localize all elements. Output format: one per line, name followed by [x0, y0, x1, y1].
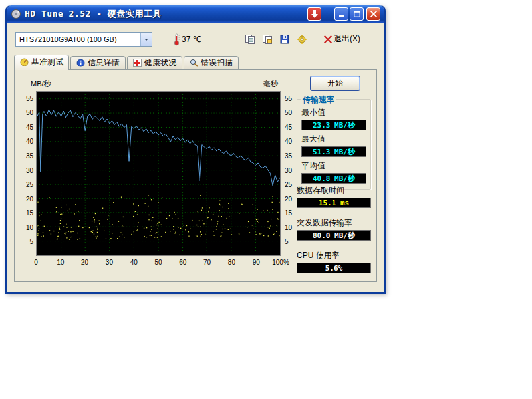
tab-label: 健康状况 — [144, 57, 176, 68]
y-tick-label: 30 — [285, 166, 292, 174]
max-transfer-stat: 最大值 51.3 MB/秒 — [301, 134, 366, 157]
hdtune-window: HD Tune 2.52 - 硬盘实用工具 HTS721010G9AT00 (1… — [5, 5, 386, 294]
benchmark-icon — [20, 58, 29, 66]
x-tick-label: 40 — [130, 259, 138, 266]
options-button[interactable] — [294, 31, 309, 47]
y-tick-label: 25 — [26, 181, 33, 188]
copy-screenshot-button[interactable] — [242, 31, 257, 47]
download-arrow-icon — [311, 10, 318, 18]
avg-value: 40.8 MB/秒 — [301, 173, 366, 184]
copy-text-button[interactable] — [259, 31, 275, 47]
avg-transfer-stat: 平均值 40.8 MB/秒 — [301, 160, 366, 184]
benchmark-chart — [36, 91, 281, 256]
maximize-button[interactable] — [350, 7, 364, 21]
x-tick-label: 60 — [179, 259, 186, 266]
transfer-rate-group-title: 传输速率 — [301, 94, 336, 106]
y-tick-label: 30 — [26, 166, 33, 174]
x-tick-label: 70 — [203, 259, 211, 266]
copy-icon — [245, 34, 255, 45]
temperature-indicator: 37 ℃ — [172, 33, 201, 46]
burst-rate-label: 突发数据传输率 — [297, 217, 371, 229]
save-screenshot-button[interactable] — [277, 31, 292, 47]
y-tick-label: 50 — [26, 109, 33, 116]
y-tick-label: 25 — [285, 181, 292, 188]
y-tick-label: 5 — [285, 238, 289, 245]
info-icon — [76, 59, 85, 67]
y-tick-label: 40 — [26, 138, 33, 145]
temperature-value: 37 ℃ — [182, 35, 201, 44]
tab-info[interactable]: 信息详情 — [70, 56, 126, 69]
exit-x-icon — [324, 35, 332, 43]
save-icon — [279, 34, 290, 45]
cpu-usage-stat: CPU 使用率 5.6% — [297, 250, 371, 273]
app-icon — [11, 9, 21, 19]
access-time-label: 数据存取时间 — [297, 185, 371, 196]
max-label: 最大值 — [301, 134, 366, 145]
health-icon — [133, 59, 142, 67]
window-title: HD Tune 2.52 - 硬盘实用工具 — [25, 8, 307, 20]
gear-icon — [297, 34, 307, 45]
x-tick-label: 80 — [228, 259, 235, 266]
y-tick-label: 45 — [26, 123, 33, 130]
chevron-down-icon[interactable] — [140, 33, 152, 46]
tab-label: 错误扫描 — [201, 57, 233, 68]
access-time-stat: 数据存取时间 15.1 ms — [297, 185, 371, 208]
start-button[interactable]: 开始 — [310, 76, 360, 91]
y-tick-label: 50 — [285, 109, 292, 116]
x-tick-label: 0 — [34, 259, 38, 266]
x-tick-label: 100% — [272, 259, 289, 266]
x-tick-label: 90 — [253, 259, 260, 266]
other-stats: 数据存取时间 15.1 ms 突发数据传输率 80.0 MB/秒 CPU 使用率… — [297, 184, 371, 283]
tab-label: 基准测试 — [31, 57, 63, 68]
download-button[interactable] — [307, 7, 321, 21]
minimize-icon — [338, 11, 345, 17]
x-tick-label: 30 — [106, 259, 113, 266]
min-value: 23.3 MB/秒 — [301, 120, 366, 130]
titlebar[interactable]: HD Tune 2.52 - 硬盘实用工具 — [7, 5, 384, 23]
min-label: 最小值 — [301, 107, 366, 118]
x-axis: 0102030405060708090100% — [36, 259, 281, 268]
tab-strip: 基准测试 信息详情 健康状况 错误扫描 — [14, 55, 384, 70]
minimize-button[interactable] — [334, 7, 348, 21]
x-tick-label: 10 — [57, 259, 64, 266]
y-tick-label: 55 — [26, 94, 33, 102]
burst-rate-stat: 突发数据传输率 80.0 MB/秒 — [297, 217, 371, 241]
exit-button[interactable]: 退出(X) — [321, 31, 364, 47]
cpu-usage-value: 5.6% — [297, 263, 371, 273]
tab-label: 信息详情 — [88, 57, 120, 68]
maximize-icon — [354, 11, 360, 17]
y-tick-label: 20 — [285, 195, 292, 202]
y-axis-left: 555045403530252015105 — [17, 91, 35, 256]
drive-select[interactable]: HTS721010G9AT00 (100 GB) — [15, 32, 152, 47]
y-tick-label: 35 — [285, 152, 292, 160]
window-body: HTS721010G9AT00 (100 GB) 37 ℃ — [7, 23, 384, 292]
close-icon — [370, 11, 377, 17]
tab-health[interactable]: 健康状况 — [127, 56, 182, 69]
toolbar-icons: 退出(X) — [242, 31, 364, 47]
benchmark-tab-page: MB/秒 毫秒 555045403530252015105 5550454035… — [14, 69, 377, 282]
x-tick-label: 50 — [154, 259, 162, 266]
thermometer-icon — [172, 33, 180, 46]
y-tick-label: 15 — [26, 209, 33, 217]
y-tick-label: 5 — [29, 238, 33, 245]
cpu-usage-label: CPU 使用率 — [297, 250, 371, 261]
access-time-value: 15.1 ms — [297, 198, 371, 208]
copy-text-icon — [262, 34, 273, 45]
tab-error-scan[interactable]: 错误扫描 — [184, 56, 239, 69]
right-axis-label: 毫秒 — [263, 79, 278, 89]
y-tick-label: 45 — [285, 123, 292, 130]
x-tick-label: 20 — [81, 259, 88, 266]
close-button[interactable] — [366, 7, 380, 21]
y-tick-label: 35 — [26, 152, 33, 160]
avg-label: 平均值 — [301, 160, 366, 172]
exit-label: 退出(X) — [334, 33, 360, 45]
y-tick-label: 15 — [285, 209, 292, 217]
y-tick-label: 10 — [26, 223, 33, 231]
left-axis-label: MB/秒 — [31, 79, 51, 89]
tab-benchmark[interactable]: 基准测试 — [14, 55, 69, 70]
y-tick-label: 20 — [26, 195, 33, 202]
y-tick-label: 40 — [285, 138, 292, 145]
scan-magnifier-icon — [190, 59, 198, 67]
y-tick-label: 10 — [285, 223, 292, 231]
drive-select-value: HTS721010G9AT00 (100 GB) — [16, 35, 140, 43]
